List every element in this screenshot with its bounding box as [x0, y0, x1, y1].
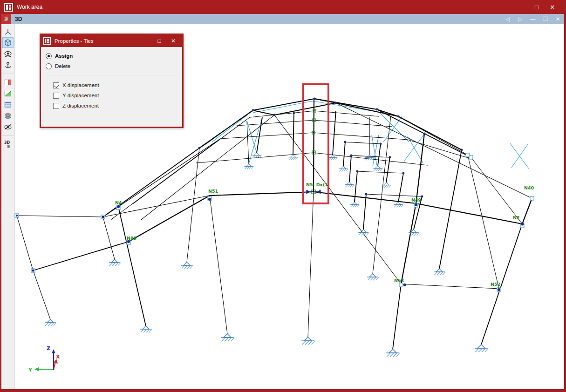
isometric-view-icon[interactable] — [2, 37, 14, 48]
forward-button[interactable]: ▷ — [514, 15, 526, 23]
properties-ties-dialog: Properties - Ties □ ✕ AssignDelete X dis… — [40, 34, 184, 128]
back-button[interactable]: ◁ — [501, 15, 514, 23]
dialog-logo-icon — [43, 37, 51, 45]
dialog-titlebar[interactable]: Properties - Ties □ ✕ — [41, 35, 182, 47]
application-window: Work area □ ✕ 3D ◁ ▷ — ❐ ✕ — [0, 0, 566, 392]
region-filter-icon[interactable] — [2, 88, 14, 99]
child-restore-button[interactable]: ❐ — [539, 15, 552, 23]
layers-icon[interactable] — [2, 110, 14, 121]
window-title: Work area — [17, 4, 529, 10]
dialog-separator — [46, 75, 177, 76]
constraint-checkbox-group: X displacementY displacementZ displaceme… — [46, 80, 177, 111]
svg-text:⚙: ⚙ — [7, 144, 11, 149]
x-displacement-label: X displacement — [62, 82, 99, 88]
delete-radio[interactable] — [46, 63, 52, 69]
child-minimize-button[interactable]: — — [526, 15, 539, 23]
close-button[interactable]: ✕ — [545, 1, 560, 13]
delete-label: Delete — [55, 63, 70, 69]
window-titlebar[interactable]: Work area □ ✕ — [1, 0, 564, 14]
app-logo-icon — [4, 3, 13, 12]
assign-label: Assign — [55, 53, 73, 59]
child-close-button[interactable]: ✕ — [552, 15, 564, 23]
child-window-titlebar[interactable]: 3D ◁ ▷ — ❐ ✕ — [1, 14, 564, 24]
z-displacement-checkbox[interactable] — [53, 103, 59, 109]
dialog-close-button[interactable]: ✕ — [166, 36, 180, 46]
3d-settings-icon[interactable]: 3D⚙ — [2, 139, 14, 149]
view-rotation-icon[interactable] — [2, 48, 14, 59]
toolbar-separator — [2, 135, 14, 136]
x-displacement-checkbox[interactable] — [53, 82, 59, 88]
y-displacement-checkbox[interactable] — [53, 93, 59, 99]
3d-view-icon — [1, 14, 11, 24]
toolbar-separator — [2, 74, 14, 74]
child-window-title: 3D — [15, 16, 501, 22]
hide-elements-icon[interactable] — [2, 122, 14, 132]
assign-radio[interactable] — [46, 53, 52, 59]
node-tool-icon[interactable] — [2, 26, 14, 37]
dialog-maximize-button[interactable]: □ — [152, 36, 166, 46]
mode-radio-group: AssignDelete — [46, 51, 177, 71]
y-displacement-label: Y displacement — [62, 93, 99, 98]
maximize-button[interactable]: □ — [529, 1, 545, 13]
workplane-icon[interactable] — [2, 99, 14, 110]
z-displacement-label: Z displacement — [62, 103, 99, 108]
orbit-tool-icon[interactable] — [2, 60, 14, 70]
section-box-icon[interactable] — [2, 77, 14, 88]
view-toolbar: 3D⚙ — [1, 24, 15, 389]
dialog-title: Properties - Ties — [55, 38, 152, 44]
